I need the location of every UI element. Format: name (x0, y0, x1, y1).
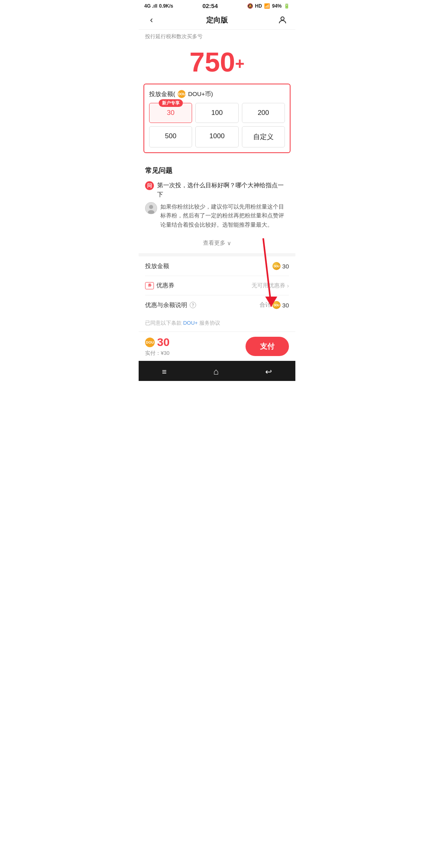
battery-icon: 🔋 (284, 3, 290, 9)
hd-label: HD (255, 3, 262, 9)
help-icon[interactable]: ? (190, 302, 196, 308)
wifi-icon: 📶 (264, 3, 270, 9)
faq-question: 问 第一次投，选什么目标好啊？哪个大神给指点一下 (145, 181, 289, 199)
amount-label: 投放金额( DOU DOU+币) (149, 90, 285, 98)
bottom-bar-left: DOU 30 实付：¥30 (145, 336, 170, 357)
new-user-badge: 新户专享 (159, 99, 183, 107)
faq-question-text: 第一次投，选什么目标好啊？哪个大神给指点一下 (157, 181, 289, 199)
amount-option-500[interactable]: 500 (149, 126, 192, 147)
amount-option-custom[interactable]: 自定义 (242, 126, 285, 147)
battery-label: 94% (272, 3, 282, 9)
sys-back-button[interactable]: ↩ (265, 367, 272, 377)
big-number-area: 750+ (139, 43, 295, 84)
order-section: 投放金额 DOU 30 券 优惠券 无可用优惠券 › 优惠与余额说明 ? 合计 … (139, 256, 295, 315)
faq-answer-text: 如果你粉丝比较少，建议你可以先用粉丝量这个目标养粉，然后有了一定的粉丝再把粉丝量… (160, 202, 289, 229)
bottom-dou-icon: DOU (145, 338, 155, 347)
bottom-actual-price: 实付：¥30 (145, 350, 170, 357)
status-left: 4G .ıll 0.9K/s (144, 3, 173, 9)
big-number-plus: + (235, 55, 244, 72)
status-bar: 4G .ıll 0.9K/s 02:54 🔕 HD 📶 94% 🔋 (139, 0, 295, 11)
bottom-hint: 已同意以下条款 DOU+ 服务协议 (139, 315, 295, 332)
faq-item: 问 第一次投，选什么目标好啊？哪个大神给指点一下 如果你粉丝比较少，建议你可以先… (145, 181, 289, 229)
order-discount-label: 优惠与余额说明 ? (145, 301, 196, 309)
chevron-right-icon: › (287, 283, 289, 289)
back-button[interactable]: ‹ (145, 15, 158, 25)
see-more-button[interactable]: 查看更多 ∨ (145, 234, 289, 253)
amount-grid: 新户专享 30 100 200 500 1000 自定义 (149, 103, 285, 147)
faq-avatar (145, 202, 157, 214)
system-nav: ≡ ⌂ ↩ (139, 361, 295, 381)
order-amount-value: DOU 30 (272, 262, 289, 270)
total-label: 合计 (260, 301, 271, 309)
amount-option-200[interactable]: 200 (242, 103, 285, 123)
svg-point-0 (281, 17, 284, 20)
faq-section: 常见问题 问 第一次投，选什么目标好啊？哪个大神给指点一下 如果你粉丝比较少，建… (139, 160, 295, 253)
status-right: 🔕 HD 📶 94% 🔋 (247, 3, 290, 9)
agreement-link[interactable]: DOU+ (183, 320, 198, 326)
sub-header: 投行延行税和数次买多亏 (139, 30, 295, 43)
user-icon[interactable] (276, 15, 289, 25)
nav-bar: ‹ 定向版 (139, 11, 295, 30)
order-amount-label: 投放金额 (145, 262, 169, 270)
faq-answer: 如果你粉丝比较少，建议你可以先用粉丝量这个目标养粉，然后有了一定的粉丝再把粉丝量… (145, 202, 289, 229)
faq-title: 常见问题 (145, 166, 289, 175)
status-time: 02:54 (203, 2, 218, 9)
sys-home-button[interactable]: ⌂ (213, 366, 219, 377)
amount-option-30[interactable]: 新户专享 30 (149, 103, 192, 123)
big-number: 750 (190, 47, 235, 77)
order-row-coupon[interactable]: 券 优惠券 无可用优惠券 › (145, 276, 289, 295)
amount-option-100[interactable]: 100 (195, 103, 238, 123)
section-divider (139, 253, 295, 256)
coupon-icon: 券 (145, 282, 154, 289)
dou-coin-icon-small: DOU (272, 262, 280, 270)
bottom-price-row: DOU 30 (145, 336, 170, 349)
order-row-amount: 投放金额 DOU 30 (145, 256, 289, 276)
order-coupon-value: 无可用优惠券 › (252, 282, 289, 289)
network-speed: 0.9K/s (159, 3, 173, 9)
order-coupon-label: 券 优惠券 (145, 282, 174, 289)
svg-point-2 (149, 205, 153, 209)
amount-section: 投放金额( DOU DOU+币) 新户专享 30 100 200 500 100… (143, 84, 291, 153)
order-row-discount: 优惠与余额说明 ? 合计 DOU 30 (145, 295, 289, 315)
dou-coin-total-icon: DOU (272, 301, 280, 309)
network-signal: 4G .ıll (144, 3, 158, 9)
faq-q-badge: 问 (145, 181, 154, 190)
bottom-bar: DOU 30 实付：¥30 支付 (139, 332, 295, 361)
chevron-down-icon: ∨ (227, 240, 231, 246)
amount-option-1000[interactable]: 1000 (195, 126, 238, 147)
sys-menu-button[interactable]: ≡ (162, 367, 167, 377)
alarm-icon: 🔕 (247, 3, 253, 9)
order-total-value: 合计 DOU 30 (260, 301, 289, 309)
dou-coin-icon: DOU (178, 90, 186, 98)
bottom-price-number: 30 (157, 336, 170, 349)
page-title: 定向版 (158, 15, 276, 25)
pay-button[interactable]: 支付 (246, 337, 289, 356)
